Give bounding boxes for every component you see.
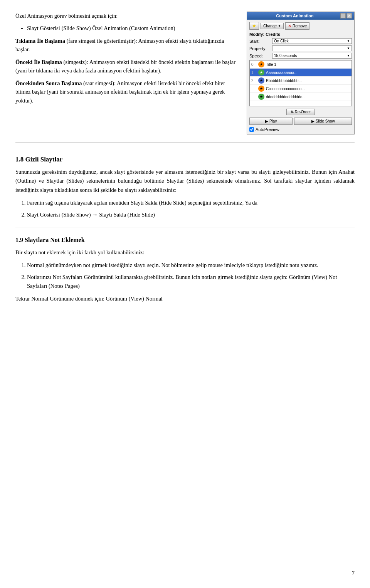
custom-animation-panel: Custom Animation ─ ✕ ★ Change ▼ [247, 12, 355, 134]
reorder-button[interactable]: ⇅ Re-Order [286, 109, 315, 115]
start-dropdown-arrow: ▼ [347, 39, 350, 43]
change-button[interactable]: Change ▼ [261, 23, 284, 29]
section-1-8: 1.8 Gizli Slaytlar Sununuzda gereksinim … [15, 154, 355, 219]
paragraph-3: Öncekinden Sonra Başlama (saat simgesi):… [15, 79, 239, 105]
item-icon: ★ [258, 61, 264, 67]
bottom-bar: ▶ Play ▶ Slide Show [249, 118, 352, 125]
panel-titlebar: Custom Animation ─ ✕ [247, 12, 354, 20]
section-1-9-p1: Bir slayta not eklemek için iki farklı y… [15, 248, 355, 257]
minimize-button[interactable]: ─ [340, 13, 346, 18]
start-row: Start: On Click ▼ [249, 38, 352, 44]
panel-body: ★ Change ▼ ✕ Remove Modify: Credits Star… [247, 20, 354, 134]
list-item[interactable]: 0 ★ Title 1 [250, 60, 352, 69]
play-icon: ▶ [265, 119, 268, 123]
start-label: Start: [249, 39, 271, 44]
bullet-item-1: Slayt Gösterisi (Slide Show) Özel Animat… [27, 24, 239, 32]
change-dropdown-arrow: ▼ [278, 24, 281, 28]
animation-list: 0 ★ Title 1 1 ★ Aaaaaaaaaaaaa... 2 ★ Bbb… [249, 60, 352, 106]
item-icon: ★ [258, 86, 264, 92]
item-icon: ★ [258, 94, 264, 100]
paragraph-2: Önceki İle Başlama (simgesiz): Animasyon… [15, 58, 239, 75]
list-item[interactable]: 1 ★ Aaaaaaaaaaaaa... [250, 69, 352, 77]
list-item: Notlarınızı Not Sayfaları Görünümünü kul… [27, 273, 355, 291]
property-label: Property: [249, 46, 271, 51]
speed-dropdown[interactable]: 15,0 seconds ▼ [272, 53, 352, 59]
speed-dropdown-arrow: ▼ [347, 54, 350, 57]
add-effect-button[interactable]: ★ [249, 22, 259, 30]
bullet-list: Slayt Gösterisi (Slide Show) Özel Animat… [27, 24, 239, 32]
autopreview-label: AutoPreview [256, 127, 279, 132]
slideshow-icon: ▶ [311, 119, 314, 123]
star-icon: ★ [252, 23, 256, 29]
section-1-9-list: Normal görünümdeyken not girmek istediği… [27, 261, 355, 291]
list-item[interactable]: ★ Cccccccccccccccccc... [250, 85, 352, 93]
main-content: 1.8 Gizli Slaytlar Sununuzda gereksinim … [15, 154, 355, 304]
autopreview-checkbox[interactable] [249, 127, 254, 132]
section-1-8-heading: 1.8 Gizli Slaytlar [15, 154, 355, 165]
section-1-9: 1.9 Slaytlara Not Eklemek Bir slayta not… [15, 235, 355, 304]
list-item: Normal görünümdeyken not girmek istediği… [27, 261, 355, 270]
panel-title: Custom Animation [249, 13, 340, 18]
list-item[interactable]: 2 ★ Bbbbbbbbbbbbbbb... [250, 77, 352, 85]
slideshow-button[interactable]: ▶ Slide Show [294, 118, 352, 125]
section-1-9-p2: Tekrar Normal Görünüme dönmek için: Görü… [15, 294, 355, 303]
list-item: Farenin sağ tuşuna tıklayarak açılan men… [27, 198, 355, 207]
property-dropdown-arrow: ▼ [347, 47, 350, 50]
close-button[interactable]: ✕ [346, 13, 352, 18]
modify-label: Modify: Credits [249, 32, 352, 37]
autopreview-row: AutoPreview [249, 127, 352, 132]
section-1-9-heading: 1.9 Slaytlara Not Eklemek [15, 235, 355, 245]
x-icon: ✕ [288, 24, 291, 29]
property-dropdown[interactable]: ▼ [272, 45, 352, 51]
reorder-arrows-icon: ⇅ [291, 110, 294, 114]
item-icon: ★ [258, 77, 264, 84]
top-section: Özel Animasyon görev bölmesini açmak içi… [15, 12, 355, 143]
start-dropdown[interactable]: On Click ▼ [272, 38, 352, 44]
left-column: Özel Animasyon görev bölmesini açmak içi… [15, 12, 239, 134]
reorder-section: ⇅ Re-Order [249, 109, 352, 115]
page-number: 7 [352, 570, 355, 576]
section-1-8-list: Farenin sağ tuşuna tıklayarak açılan men… [27, 198, 355, 219]
play-button[interactable]: ▶ Play [249, 118, 293, 125]
window-buttons: ─ ✕ [340, 13, 352, 18]
section-1-8-p1: Sununuzda gereksinim duyduğunuz, ancak s… [15, 168, 355, 195]
intro-text: Özel Animasyon görev bölmesini açmak içi… [15, 12, 239, 20]
speed-row: Speed: 15,0 seconds ▼ [249, 53, 352, 59]
list-item: Slayt Gösterisi (Slide Show) → Slaytı Sa… [27, 210, 355, 219]
anim-toolbar: ★ Change ▼ ✕ Remove [249, 22, 352, 30]
property-row: Property: ▼ [249, 45, 352, 51]
remove-button[interactable]: ✕ Remove [285, 22, 309, 30]
item-icon: ★ [258, 69, 264, 76]
separator [15, 227, 355, 227]
list-item[interactable]: ★ ddddddddddddddddd... [250, 93, 352, 101]
right-column: Custom Animation ─ ✕ ★ Change ▼ [247, 12, 355, 134]
paragraph-1: Tıklama İle Başlama (fare simgesi ile gö… [15, 37, 239, 54]
speed-label: Speed: [249, 54, 271, 58]
